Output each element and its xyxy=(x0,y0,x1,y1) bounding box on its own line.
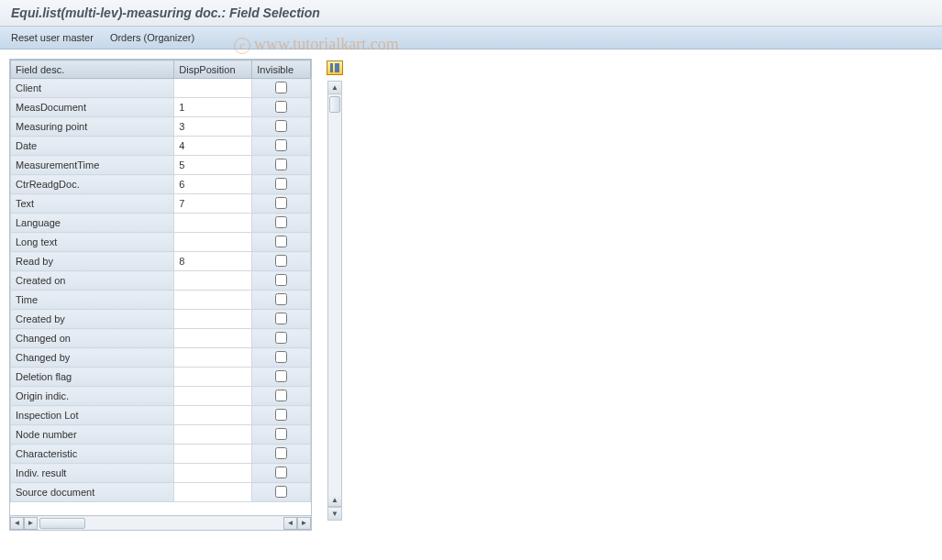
disp-position-cell[interactable]: 7 xyxy=(174,194,252,214)
field-desc-cell[interactable]: Client xyxy=(11,79,174,98)
disp-position-cell[interactable]: 5 xyxy=(174,156,252,175)
disp-position-cell[interactable] xyxy=(174,387,252,406)
table-row[interactable]: Changed on xyxy=(11,329,311,348)
invisible-checkbox[interactable] xyxy=(275,351,287,363)
invisible-checkbox[interactable] xyxy=(275,82,287,93)
header-disp-position[interactable]: DispPosition xyxy=(174,60,252,79)
invisible-checkbox[interactable] xyxy=(275,370,287,382)
disp-position-cell[interactable] xyxy=(174,445,252,464)
invisible-checkbox[interactable] xyxy=(275,313,287,324)
table-row[interactable]: Node number xyxy=(11,425,311,445)
invisible-checkbox[interactable] xyxy=(275,255,287,267)
field-desc-cell[interactable]: Date xyxy=(11,137,174,156)
disp-position-cell[interactable] xyxy=(174,233,252,252)
disp-position-cell[interactable] xyxy=(174,271,252,291)
header-field-desc[interactable]: Field desc. xyxy=(11,60,174,79)
table-row[interactable]: Language xyxy=(11,214,311,233)
field-desc-cell[interactable]: Deletion flag xyxy=(11,368,174,387)
orders-organizer-button[interactable]: Orders (Organizer) xyxy=(110,32,194,43)
disp-position-cell[interactable] xyxy=(174,329,252,348)
header-invisible[interactable]: Invisible xyxy=(252,60,311,79)
scroll-down-icon[interactable]: ▼ xyxy=(328,507,341,520)
invisible-checkbox[interactable] xyxy=(275,293,287,305)
table-row[interactable]: Client xyxy=(11,79,311,98)
disp-position-cell[interactable] xyxy=(174,464,252,483)
field-desc-cell[interactable]: Inspection Lot xyxy=(11,406,174,425)
invisible-checkbox[interactable] xyxy=(275,101,287,113)
invisible-checkbox[interactable] xyxy=(275,236,287,247)
invisible-checkbox[interactable] xyxy=(275,274,287,286)
invisible-checkbox[interactable] xyxy=(275,197,287,209)
table-row[interactable]: Source document xyxy=(11,483,311,502)
disp-position-cell[interactable] xyxy=(174,291,252,310)
invisible-checkbox[interactable] xyxy=(275,120,287,132)
field-desc-cell[interactable]: MeasDocument xyxy=(11,98,174,117)
invisible-checkbox[interactable] xyxy=(275,216,287,228)
invisible-checkbox[interactable] xyxy=(275,486,287,498)
hscroll-track[interactable] xyxy=(38,517,283,530)
table-row[interactable]: Characteristic xyxy=(11,445,311,464)
table-row[interactable]: Text7 xyxy=(11,194,311,214)
field-desc-cell[interactable]: Language xyxy=(11,214,174,233)
scroll-left-icon[interactable]: ◄ xyxy=(10,517,24,530)
table-row[interactable]: Long text xyxy=(11,233,311,252)
disp-position-cell[interactable]: 3 xyxy=(174,117,252,137)
table-row[interactable]: Created by xyxy=(11,310,311,329)
table-row[interactable]: Created on xyxy=(11,271,311,291)
table-row[interactable]: Read by8 xyxy=(11,252,311,271)
table-row[interactable]: Changed by xyxy=(11,348,311,368)
field-desc-cell[interactable]: Indiv. result xyxy=(11,464,174,483)
scroll-right2-icon[interactable]: ► xyxy=(297,517,311,530)
reset-user-master-button[interactable]: Reset user master xyxy=(11,32,94,43)
field-desc-cell[interactable]: Read by xyxy=(11,252,174,271)
disp-position-cell[interactable] xyxy=(174,406,252,425)
table-row[interactable]: CtrReadgDoc.6 xyxy=(11,175,311,194)
field-desc-cell[interactable]: MeasurementTime xyxy=(11,156,174,175)
field-desc-cell[interactable]: Changed on xyxy=(11,329,174,348)
scroll-left2-icon[interactable]: ◄ xyxy=(283,517,297,530)
field-desc-cell[interactable]: CtrReadgDoc. xyxy=(11,175,174,194)
field-desc-cell[interactable]: Changed by xyxy=(11,348,174,368)
invisible-checkbox[interactable] xyxy=(275,159,287,170)
invisible-checkbox[interactable] xyxy=(275,467,287,478)
table-row[interactable]: Date4 xyxy=(11,137,311,156)
table-row[interactable]: Inspection Lot xyxy=(11,406,311,425)
scroll-right-icon[interactable]: ► xyxy=(24,517,38,530)
invisible-checkbox[interactable] xyxy=(275,428,287,440)
field-desc-cell[interactable]: Measuring point xyxy=(11,117,174,137)
disp-position-cell[interactable] xyxy=(174,368,252,387)
table-row[interactable]: Time xyxy=(11,291,311,310)
scroll-up-icon[interactable]: ▲ xyxy=(328,82,341,94)
table-row[interactable]: Indiv. result xyxy=(11,464,311,483)
field-desc-cell[interactable]: Source document xyxy=(11,483,174,502)
disp-position-cell[interactable] xyxy=(174,425,252,445)
vscroll-track[interactable] xyxy=(328,94,341,494)
field-desc-cell[interactable]: Created on xyxy=(11,271,174,291)
invisible-checkbox[interactable] xyxy=(275,409,287,421)
disp-position-cell[interactable]: 4 xyxy=(174,137,252,156)
field-desc-cell[interactable]: Created by xyxy=(11,310,174,329)
field-desc-cell[interactable]: Time xyxy=(11,291,174,310)
vscroll-thumb[interactable] xyxy=(329,96,340,113)
scroll-up2-icon[interactable]: ▲ xyxy=(328,494,341,507)
horizontal-scrollbar[interactable]: ◄ ► ◄ ► xyxy=(10,515,311,530)
disp-position-cell[interactable]: 8 xyxy=(174,252,252,271)
field-desc-cell[interactable]: Node number xyxy=(11,425,174,445)
disp-position-cell[interactable] xyxy=(174,214,252,233)
table-row[interactable]: Measuring point3 xyxy=(11,117,311,137)
disp-position-cell[interactable] xyxy=(174,348,252,368)
field-desc-cell[interactable]: Text xyxy=(11,194,174,214)
invisible-checkbox[interactable] xyxy=(275,332,287,344)
table-settings-icon[interactable] xyxy=(327,60,343,75)
disp-position-cell[interactable] xyxy=(174,483,252,502)
hscroll-thumb[interactable] xyxy=(39,518,85,529)
table-row[interactable]: MeasDocument1 xyxy=(11,98,311,117)
field-desc-cell[interactable]: Characteristic xyxy=(11,445,174,464)
disp-position-cell[interactable]: 6 xyxy=(174,175,252,194)
disp-position-cell[interactable] xyxy=(174,79,252,98)
invisible-checkbox[interactable] xyxy=(275,178,287,190)
invisible-checkbox[interactable] xyxy=(275,447,287,459)
field-desc-cell[interactable]: Origin indic. xyxy=(11,387,174,406)
disp-position-cell[interactable] xyxy=(174,310,252,329)
field-desc-cell[interactable]: Long text xyxy=(11,233,174,252)
